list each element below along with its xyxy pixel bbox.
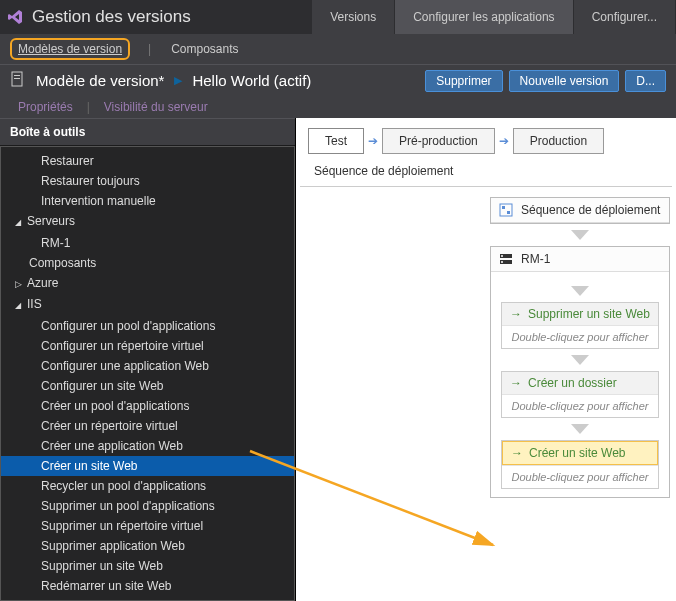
divider: | [148,42,151,56]
breadcrumb-title: Modèle de version* [36,72,164,89]
tree-item[interactable]: Recycler un pool d'applications [1,476,294,496]
node-title: RM-1 [521,252,550,266]
sequence-label: Séquence de déploiement [300,160,672,187]
tree-item[interactable]: Configurer un site Web [1,376,294,396]
tree-item[interactable]: Restaurer toujours [1,171,294,191]
step-hint: Double-cliquez pour afficher [502,465,658,488]
vs-logo-icon [6,8,24,26]
tree-item[interactable]: RM-1 [1,233,294,253]
tree-item[interactable]: Créer un répertoire virtuel [1,416,294,436]
subtab-models[interactable]: Modèles de version [10,38,130,60]
tree-item[interactable]: Démarrer un pool d'applications [1,596,294,601]
app-title: Gestion des versions [32,7,191,27]
step-title: Créer un dossier [528,376,617,390]
tree-item[interactable]: Redémarrer un site Web [1,576,294,596]
tree-item[interactable]: Configurer une application Web [1,356,294,376]
chevron-down-icon [571,230,589,240]
server-icon [499,252,513,266]
delete-button[interactable]: Supprimer [425,70,502,92]
stage-prod[interactable]: Production [513,128,604,154]
chevron-right-icon: ▶ [174,74,182,87]
node-server[interactable]: RM-1 Supprimer un site Web Double-clique… [490,246,670,498]
meta-props[interactable]: Propriétés [18,100,73,114]
svg-rect-1 [14,75,20,76]
svg-rect-5 [507,211,510,214]
canvas[interactable]: Séquence de déploiement RM-1 Supprimer u… [296,187,676,601]
step-hint: Double-cliquez pour afficher [502,394,658,417]
node-title: Séquence de déploiement [521,203,660,217]
svg-rect-2 [14,78,20,79]
divider: | [87,100,90,114]
toolbox-header: Boîte à outils [0,118,295,146]
new-version-button[interactable]: Nouvelle version [509,70,620,92]
tree-item[interactable]: Intervention manuelle [1,191,294,211]
tab-versions[interactable]: Versions [312,0,395,34]
step-title: Créer un site Web [529,446,626,460]
sequence-icon [499,203,513,217]
chevron-down-icon [571,355,589,365]
tree-item[interactable]: Composants [1,253,294,273]
step-create-site[interactable]: Créer un site Web Double-cliquez pour af… [501,440,659,489]
tree-item[interactable]: Restaurer [1,151,294,171]
tree-item[interactable]: Supprimer un répertoire virtuel [1,516,294,536]
svg-rect-3 [500,204,512,216]
subtab-components[interactable]: Composants [169,38,240,60]
tab-config-apps[interactable]: Configurer les applications [395,0,573,34]
tree-item[interactable]: Configurer un pool d'applications [1,316,294,336]
top-tabs: Versions Configurer les applications Con… [312,0,676,34]
tree-item[interactable]: Créer une application Web [1,436,294,456]
svg-rect-4 [502,206,505,209]
stage-preprod[interactable]: Pré-production [382,128,495,154]
tree-category-azure[interactable]: Azure [1,273,294,294]
step-hint: Double-cliquez pour afficher [502,325,658,348]
svg-point-8 [501,255,503,257]
tree-item-create-site[interactable]: Créer un site Web [1,456,294,476]
tree-item[interactable]: Supprimer un pool d'applications [1,496,294,516]
breadcrumb-sub[interactable]: Hello World (actif) [192,72,311,89]
svg-point-9 [501,261,503,263]
tree-item[interactable]: Supprimer un site Web [1,556,294,576]
step-delete-site[interactable]: Supprimer un site Web Double-cliquez pou… [501,302,659,349]
tree-category-servers[interactable]: Serveurs [1,211,294,233]
arrow-right-icon: ➔ [495,134,513,148]
d-button[interactable]: D... [625,70,666,92]
tab-config[interactable]: Configurer... [574,0,676,34]
chevron-down-icon [571,424,589,434]
node-root[interactable]: Séquence de déploiement [490,197,670,224]
tree-item[interactable]: Configurer un répertoire virtuel [1,336,294,356]
tree-item[interactable]: Supprimer application Web [1,536,294,556]
step-title: Supprimer un site Web [528,307,650,321]
step-create-folder[interactable]: Créer un dossier Double-cliquez pour aff… [501,371,659,418]
stage-test[interactable]: Test [308,128,364,154]
toolbox-tree[interactable]: Restaurer Restaurer toujours Interventio… [0,146,295,601]
chevron-down-icon [571,286,589,296]
doc-icon [10,71,26,90]
tree-category-iis[interactable]: IIS [1,294,294,316]
tree-item[interactable]: Créer un pool d'applications [1,396,294,416]
arrow-right-icon: ➔ [364,134,382,148]
meta-visibility[interactable]: Visibilité du serveur [104,100,208,114]
stage-row: Test ➔ Pré-production ➔ Production [296,118,676,160]
